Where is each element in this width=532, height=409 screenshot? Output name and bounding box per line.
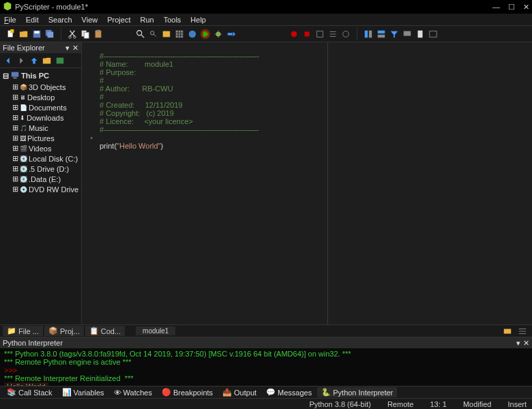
file-explorer-panel: File Explorer ▾✕ ⊟ This PC ⊞📦3D Objects⊞…: [0, 42, 82, 324]
menu-run[interactable]: Run: [140, 16, 153, 24]
tree-root[interactable]: ⊟ This PC: [1, 70, 80, 82]
panel-menu-icon[interactable]: ▾: [65, 44, 70, 52]
window-icon[interactable]: [428, 29, 439, 40]
folder-icon[interactable]: [42, 55, 53, 66]
interpreter-body[interactable]: *** Python 3.8.0 (tags/v3.8.0:fa919fd, O…: [0, 348, 532, 386]
menu-view[interactable]: View: [82, 16, 98, 24]
tab-project[interactable]: 📦Proj...: [44, 326, 84, 336]
menubar: File Edit Search View Project Run Tools …: [0, 14, 532, 26]
tool2-icon[interactable]: [327, 29, 338, 40]
tree-item[interactable]: ⊞⬇Downloads: [11, 112, 80, 123]
minimize-button[interactable]: —: [492, 3, 500, 12]
maximize-button[interactable]: ☐: [508, 3, 515, 12]
menu-search[interactable]: Search: [48, 16, 72, 24]
tree-item[interactable]: ⊞📦3D Objects: [11, 82, 80, 92]
tree-item[interactable]: ⊞💽.Data (E:): [11, 174, 80, 184]
grid-icon[interactable]: [174, 29, 185, 40]
step-icon[interactable]: [226, 29, 237, 40]
btab-breakpoints[interactable]: 🔴Breakpoints: [158, 387, 217, 397]
menu-project[interactable]: Project: [107, 16, 130, 24]
btab-output[interactable]: 📤Output: [218, 387, 261, 397]
save-icon[interactable]: [31, 29, 42, 40]
code-content[interactable]: #---------------------------------------…: [95, 42, 532, 324]
btab-python[interactable]: 🐍Python Interpreter: [317, 387, 397, 397]
up-icon[interactable]: [29, 55, 40, 66]
find-icon[interactable]: [135, 29, 146, 40]
filter-icon[interactable]: [389, 29, 400, 40]
breakpoints-icon: 🔴: [162, 388, 171, 397]
expand-icon[interactable]: ⊞: [12, 123, 18, 132]
item-icon: 🎵: [20, 125, 27, 132]
open-file-icon[interactable]: [18, 29, 29, 40]
tree-item[interactable]: ⊞💿DVD RW Drive (G:): [11, 184, 80, 194]
btab-variables[interactable]: 📊Variables: [58, 387, 108, 397]
forward-icon[interactable]: [16, 55, 27, 66]
tab-file-explorer[interactable]: 📁File ...: [3, 326, 43, 336]
copy-icon[interactable]: [80, 29, 91, 40]
doc-icon[interactable]: [415, 29, 426, 40]
tree-item[interactable]: ⊞💽Local Disk (C:): [11, 153, 80, 164]
menu-edit[interactable]: Edit: [26, 16, 39, 24]
item-icon: 🖼: [20, 135, 26, 142]
picture-icon[interactable]: [55, 55, 65, 66]
item-icon: 🎬: [20, 145, 27, 152]
expand-icon[interactable]: ⊞: [12, 185, 18, 194]
paste-icon[interactable]: [93, 29, 104, 40]
tree-item[interactable]: ⊞🖥Desktop: [11, 92, 80, 102]
tool1-icon[interactable]: [314, 29, 325, 40]
record-icon[interactable]: [289, 29, 299, 40]
debug-icon[interactable]: [213, 29, 224, 40]
code-editor[interactable]: • #-------------------------------------…: [82, 42, 532, 324]
menu-help[interactable]: Help: [190, 16, 206, 24]
expand-icon[interactable]: ⊞: [12, 93, 18, 102]
item-icon: 📦: [20, 84, 27, 91]
tab-tool2-icon[interactable]: [517, 326, 528, 337]
layout2-icon[interactable]: [376, 29, 387, 40]
save-all-icon[interactable]: [44, 29, 55, 40]
svg-rect-31: [504, 329, 512, 333]
expand-icon[interactable]: ⊞: [12, 134, 18, 142]
tree-item[interactable]: ⊞🎵Music: [11, 123, 80, 133]
status-modified: Modified: [463, 400, 492, 408]
expand-icon[interactable]: ⊞: [12, 164, 18, 173]
tree-item[interactable]: ⊞🖼Pictures: [11, 133, 80, 143]
btab-callstack[interactable]: 📚Call Stack: [3, 387, 57, 397]
panel-close-icon[interactable]: ✕: [72, 44, 78, 52]
expand-icon[interactable]: ⊟: [3, 72, 9, 80]
tree-item[interactable]: ⊞📄Documents: [11, 102, 80, 112]
svg-rect-13: [163, 31, 171, 37]
expand-icon[interactable]: ⊞: [12, 144, 18, 153]
expand-icon[interactable]: ⊞: [12, 154, 18, 163]
tab-module1[interactable]: module1: [136, 327, 175, 335]
panel-close-icon[interactable]: ✕: [523, 339, 529, 348]
btab-messages[interactable]: 💬Messages: [262, 387, 316, 397]
stop-icon[interactable]: [301, 29, 312, 40]
file-tree[interactable]: ⊟ This PC ⊞📦3D Objects⊞🖥Desktop⊞📄Documen…: [0, 68, 81, 324]
tab-tool1-icon[interactable]: [502, 326, 513, 337]
menu-file[interactable]: File: [4, 16, 16, 24]
tree-item[interactable]: ⊞💽.5 Drive (D:): [11, 164, 80, 174]
new-file-icon[interactable]: [5, 29, 16, 40]
expand-icon[interactable]: ⊞: [12, 82, 18, 91]
close-button[interactable]: ✕: [523, 3, 529, 12]
expand-icon[interactable]: ⊞: [12, 103, 18, 112]
run-highlighted-icon[interactable]: [200, 29, 211, 40]
expand-icon[interactable]: ⊞: [12, 175, 18, 183]
cut-icon[interactable]: [67, 29, 78, 40]
toolbar: [0, 26, 532, 42]
tool3-icon[interactable]: [340, 29, 351, 40]
svg-rect-26: [418, 30, 423, 37]
callstack-icon: 📚: [7, 388, 16, 397]
expand-icon[interactable]: ⊞: [12, 113, 18, 122]
btab-watches[interactable]: 👁Watches: [110, 388, 156, 397]
tab-code[interactable]: 📋Cod...: [85, 326, 125, 336]
tree-item[interactable]: ⊞🎬Videos: [11, 143, 80, 153]
layout1-icon[interactable]: [363, 29, 374, 40]
find-next-icon[interactable]: [148, 29, 159, 40]
comment-icon[interactable]: [402, 29, 413, 40]
back-icon[interactable]: [3, 55, 14, 66]
globe-icon[interactable]: [187, 29, 198, 40]
browse-icon[interactable]: [161, 29, 172, 40]
panel-menu-icon[interactable]: ▾: [516, 339, 520, 348]
menu-tools[interactable]: Tools: [164, 16, 181, 24]
